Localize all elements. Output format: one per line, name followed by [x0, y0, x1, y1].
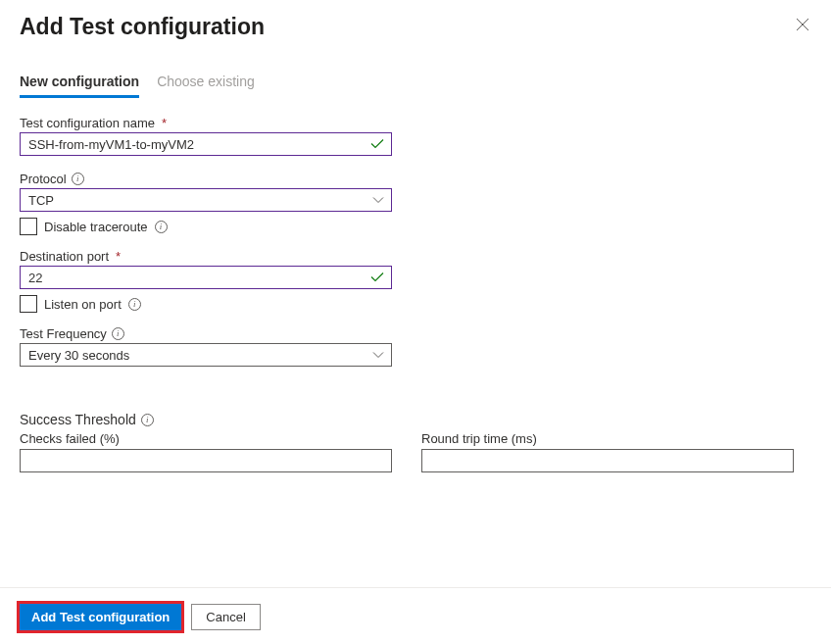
listen-on-port-checkbox[interactable] [20, 295, 37, 313]
label-round-trip: Round trip time (ms) [421, 431, 794, 446]
label-test-frequency: Test Frequency i [20, 326, 811, 341]
field-test-config-name: Test configuration name* [20, 116, 811, 156]
select-wrap: TCP [20, 188, 392, 212]
disable-traceroute-label: Disable traceroute [44, 220, 148, 234]
field-test-frequency: Test Frequency i Every 30 seconds [20, 326, 811, 367]
info-icon[interactable]: i [72, 173, 84, 185]
destination-port-input[interactable] [20, 266, 392, 289]
required-marker: * [162, 116, 167, 130]
listen-on-port-row: Listen on port i [20, 295, 811, 313]
tabs: New configuration Choose existing [20, 74, 811, 98]
disable-traceroute-row: Disable traceroute i [20, 218, 811, 235]
heading-text: Success Threshold [20, 412, 136, 427]
input-wrap [20, 266, 392, 289]
add-test-configuration-button[interactable]: Add Test configuration [20, 604, 181, 630]
tab-choose-existing[interactable]: Choose existing [157, 74, 255, 98]
tab-new-configuration[interactable]: New configuration [20, 74, 139, 98]
test-frequency-select[interactable]: Every 30 seconds [20, 343, 392, 367]
protocol-select[interactable]: TCP [20, 188, 392, 212]
label-text: Destination port [20, 249, 109, 264]
close-icon[interactable] [796, 18, 811, 33]
field-protocol: Protocol i TCP Disable traceroute i [20, 172, 811, 235]
test-frequency-value: Every 30 seconds [28, 348, 129, 363]
panel-title: Add Test configuration [20, 14, 265, 40]
field-destination-port: Destination port* Listen on port i [20, 249, 811, 313]
footer: Add Test configuration Cancel [0, 587, 831, 630]
select-wrap: Every 30 seconds [20, 343, 392, 367]
threshold-columns: Checks failed (%) Round trip time (ms) [20, 431, 811, 472]
label-text: Test configuration name [20, 116, 155, 130]
success-threshold-heading: Success Threshold i [20, 412, 811, 427]
info-icon[interactable]: i [155, 221, 168, 233]
label-destination-port: Destination port* [20, 249, 811, 264]
cancel-button[interactable]: Cancel [191, 604, 260, 630]
round-trip-input[interactable] [421, 449, 794, 472]
info-icon[interactable]: i [112, 327, 124, 340]
input-wrap [20, 132, 392, 156]
form: Test configuration name* Protocol i TCP [20, 116, 811, 472]
listen-on-port-label: Listen on port [44, 297, 122, 312]
info-icon[interactable]: i [128, 298, 141, 311]
disable-traceroute-checkbox[interactable] [20, 218, 37, 235]
checks-failed-input[interactable] [20, 449, 392, 472]
test-config-name-input[interactable] [20, 132, 392, 156]
required-marker: * [116, 249, 121, 264]
label-test-config-name: Test configuration name* [20, 116, 811, 130]
label-checks-failed: Checks failed (%) [20, 431, 392, 446]
col-checks-failed: Checks failed (%) [20, 431, 392, 472]
panel-header: Add Test configuration [20, 10, 811, 40]
col-round-trip: Round trip time (ms) [421, 431, 794, 472]
label-text: Test Frequency [20, 326, 107, 341]
info-icon[interactable]: i [141, 414, 154, 426]
label-protocol: Protocol i [20, 172, 811, 186]
add-test-config-panel: Add Test configuration New configuration… [0, 0, 831, 644]
label-text: Protocol [20, 172, 67, 186]
protocol-value: TCP [28, 193, 54, 208]
